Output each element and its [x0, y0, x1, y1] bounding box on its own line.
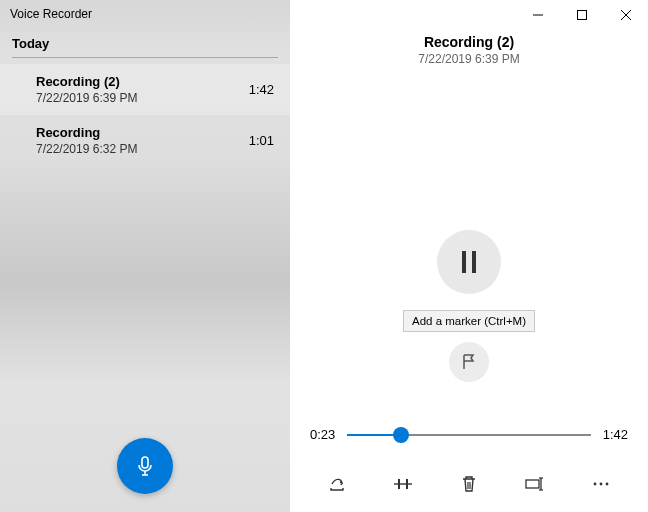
- maximize-button[interactable]: [560, 1, 604, 29]
- sidebar: Voice Recorder Today Recording (2) 7/22/…: [0, 0, 290, 512]
- seek-slider[interactable]: [347, 434, 590, 436]
- microphone-icon: [133, 454, 157, 478]
- recording-duration: 1:01: [249, 133, 274, 148]
- recording-item[interactable]: Recording 7/22/2019 6:32 PM 1:01: [0, 115, 290, 166]
- pause-icon: [458, 249, 480, 275]
- delete-button[interactable]: [453, 468, 485, 500]
- svg-rect-6: [472, 251, 476, 273]
- svg-rect-2: [578, 11, 587, 20]
- rename-button[interactable]: [519, 468, 551, 500]
- section-header: Today: [0, 28, 290, 57]
- flag-icon: [460, 353, 478, 371]
- timeline: 0:23 1:42: [290, 427, 648, 442]
- pause-button[interactable]: [437, 230, 501, 294]
- svg-point-16: [594, 483, 597, 486]
- add-marker-button[interactable]: [449, 342, 489, 382]
- trash-icon: [461, 475, 477, 493]
- trim-button[interactable]: [387, 468, 419, 500]
- svg-rect-9: [406, 479, 408, 489]
- svg-rect-0: [142, 457, 148, 468]
- current-time: 0:23: [310, 427, 335, 442]
- titlebar: [290, 0, 648, 30]
- recording-name: Recording: [36, 125, 137, 140]
- tooltip: Add a marker (Ctrl+M): [403, 310, 535, 332]
- close-button[interactable]: [604, 1, 648, 29]
- app-title: Voice Recorder: [0, 0, 290, 28]
- more-button[interactable]: [585, 468, 617, 500]
- share-icon: [328, 475, 346, 493]
- total-time: 1:42: [603, 427, 628, 442]
- rename-icon: [525, 477, 545, 491]
- more-icon: [592, 481, 610, 487]
- playback-title: Recording (2): [290, 34, 648, 50]
- svg-point-17: [600, 483, 603, 486]
- recording-item[interactable]: Recording (2) 7/22/2019 6:39 PM 1:42: [0, 64, 290, 115]
- svg-rect-5: [462, 251, 466, 273]
- bottom-toolbar: [290, 468, 648, 500]
- svg-rect-8: [398, 479, 400, 489]
- record-button[interactable]: [117, 438, 173, 494]
- minimize-icon: [533, 10, 543, 20]
- svg-point-18: [606, 483, 609, 486]
- playback-header: Recording (2) 7/22/2019 6:39 PM: [290, 34, 648, 66]
- recording-date: 7/22/2019 6:32 PM: [36, 142, 137, 156]
- playback-subtitle: 7/22/2019 6:39 PM: [290, 52, 648, 66]
- share-button[interactable]: [321, 468, 353, 500]
- seek-thumb[interactable]: [393, 427, 409, 443]
- recording-duration: 1:42: [249, 82, 274, 97]
- recording-name: Recording (2): [36, 74, 137, 89]
- app-window: Voice Recorder Today Recording (2) 7/22/…: [0, 0, 648, 512]
- minimize-button[interactable]: [516, 1, 560, 29]
- main-panel: Recording (2) 7/22/2019 6:39 PM Add a ma…: [290, 0, 648, 512]
- trim-icon: [393, 476, 413, 492]
- svg-rect-12: [526, 480, 539, 488]
- close-icon: [621, 10, 631, 20]
- maximize-icon: [577, 10, 587, 20]
- recording-date: 7/22/2019 6:39 PM: [36, 91, 137, 105]
- playback-controls: Add a marker (Ctrl+M): [290, 230, 648, 382]
